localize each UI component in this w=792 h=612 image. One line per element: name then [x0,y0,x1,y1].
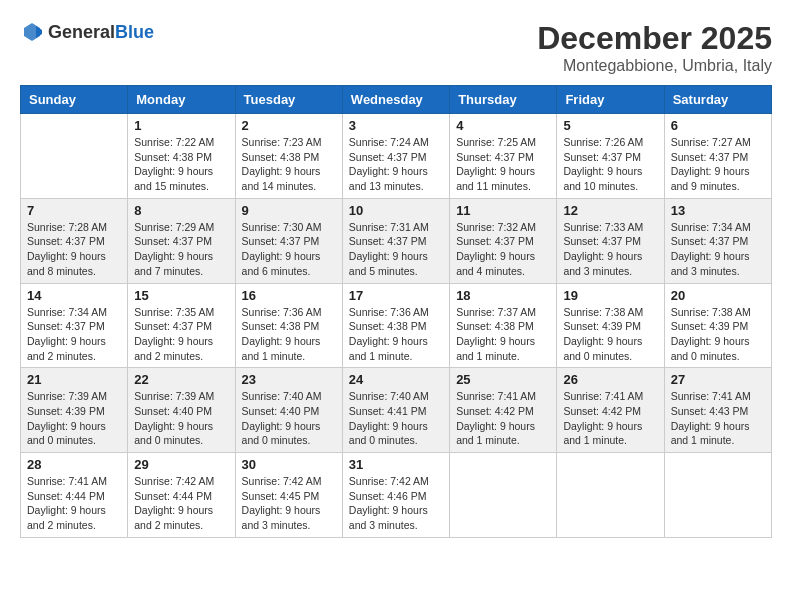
calendar-cell [21,114,128,199]
day-number: 28 [27,457,121,472]
calendar-cell: 5Sunrise: 7:26 AMSunset: 4:37 PMDaylight… [557,114,664,199]
day-number: 18 [456,288,550,303]
day-info: Sunrise: 7:39 AMSunset: 4:39 PMDaylight:… [27,389,121,448]
calendar-cell: 1Sunrise: 7:22 AMSunset: 4:38 PMDaylight… [128,114,235,199]
calendar-week-row: 28Sunrise: 7:41 AMSunset: 4:44 PMDayligh… [21,453,772,538]
day-number: 4 [456,118,550,133]
day-info: Sunrise: 7:30 AMSunset: 4:37 PMDaylight:… [242,220,336,279]
day-number: 9 [242,203,336,218]
calendar-cell: 13Sunrise: 7:34 AMSunset: 4:37 PMDayligh… [664,198,771,283]
day-number: 31 [349,457,443,472]
day-info: Sunrise: 7:32 AMSunset: 4:37 PMDaylight:… [456,220,550,279]
day-info: Sunrise: 7:31 AMSunset: 4:37 PMDaylight:… [349,220,443,279]
day-number: 30 [242,457,336,472]
day-info: Sunrise: 7:41 AMSunset: 4:43 PMDaylight:… [671,389,765,448]
weekday-header-friday: Friday [557,86,664,114]
calendar-cell: 11Sunrise: 7:32 AMSunset: 4:37 PMDayligh… [450,198,557,283]
day-number: 27 [671,372,765,387]
day-info: Sunrise: 7:35 AMSunset: 4:37 PMDaylight:… [134,305,228,364]
calendar-cell: 15Sunrise: 7:35 AMSunset: 4:37 PMDayligh… [128,283,235,368]
day-info: Sunrise: 7:38 AMSunset: 4:39 PMDaylight:… [563,305,657,364]
weekday-header-sunday: Sunday [21,86,128,114]
calendar-cell: 24Sunrise: 7:40 AMSunset: 4:41 PMDayligh… [342,368,449,453]
day-info: Sunrise: 7:26 AMSunset: 4:37 PMDaylight:… [563,135,657,194]
weekday-header-saturday: Saturday [664,86,771,114]
title-area: December 2025 Montegabbione, Umbria, Ita… [537,20,772,75]
day-info: Sunrise: 7:42 AMSunset: 4:46 PMDaylight:… [349,474,443,533]
calendar-week-row: 7Sunrise: 7:28 AMSunset: 4:37 PMDaylight… [21,198,772,283]
calendar-cell: 9Sunrise: 7:30 AMSunset: 4:37 PMDaylight… [235,198,342,283]
calendar-cell: 8Sunrise: 7:29 AMSunset: 4:37 PMDaylight… [128,198,235,283]
calendar-week-row: 14Sunrise: 7:34 AMSunset: 4:37 PMDayligh… [21,283,772,368]
day-number: 25 [456,372,550,387]
calendar-cell [664,453,771,538]
calendar-cell: 3Sunrise: 7:24 AMSunset: 4:37 PMDaylight… [342,114,449,199]
calendar-cell: 26Sunrise: 7:41 AMSunset: 4:42 PMDayligh… [557,368,664,453]
header: GeneralBlue December 2025 Montegabbione,… [20,20,772,75]
day-number: 21 [27,372,121,387]
day-number: 7 [27,203,121,218]
day-number: 2 [242,118,336,133]
day-info: Sunrise: 7:39 AMSunset: 4:40 PMDaylight:… [134,389,228,448]
day-number: 29 [134,457,228,472]
calendar-cell: 25Sunrise: 7:41 AMSunset: 4:42 PMDayligh… [450,368,557,453]
day-info: Sunrise: 7:41 AMSunset: 4:42 PMDaylight:… [456,389,550,448]
day-info: Sunrise: 7:41 AMSunset: 4:42 PMDaylight:… [563,389,657,448]
logo-text-general: General [48,22,115,42]
logo-icon [20,20,44,44]
calendar-cell: 17Sunrise: 7:36 AMSunset: 4:38 PMDayligh… [342,283,449,368]
weekday-header-row: SundayMondayTuesdayWednesdayThursdayFrid… [21,86,772,114]
calendar-cell: 29Sunrise: 7:42 AMSunset: 4:44 PMDayligh… [128,453,235,538]
calendar-cell: 18Sunrise: 7:37 AMSunset: 4:38 PMDayligh… [450,283,557,368]
weekday-header-tuesday: Tuesday [235,86,342,114]
day-info: Sunrise: 7:25 AMSunset: 4:37 PMDaylight:… [456,135,550,194]
logo: GeneralBlue [20,20,154,44]
calendar-cell: 12Sunrise: 7:33 AMSunset: 4:37 PMDayligh… [557,198,664,283]
day-info: Sunrise: 7:36 AMSunset: 4:38 PMDaylight:… [349,305,443,364]
calendar-cell: 7Sunrise: 7:28 AMSunset: 4:37 PMDaylight… [21,198,128,283]
weekday-header-thursday: Thursday [450,86,557,114]
day-info: Sunrise: 7:34 AMSunset: 4:37 PMDaylight:… [27,305,121,364]
location-title: Montegabbione, Umbria, Italy [537,57,772,75]
calendar-week-row: 21Sunrise: 7:39 AMSunset: 4:39 PMDayligh… [21,368,772,453]
calendar-cell: 28Sunrise: 7:41 AMSunset: 4:44 PMDayligh… [21,453,128,538]
logo-text-blue: Blue [115,22,154,42]
day-info: Sunrise: 7:29 AMSunset: 4:37 PMDaylight:… [134,220,228,279]
day-info: Sunrise: 7:40 AMSunset: 4:40 PMDaylight:… [242,389,336,448]
weekday-header-wednesday: Wednesday [342,86,449,114]
day-number: 3 [349,118,443,133]
day-number: 19 [563,288,657,303]
day-number: 12 [563,203,657,218]
day-number: 17 [349,288,443,303]
calendar-week-row: 1Sunrise: 7:22 AMSunset: 4:38 PMDaylight… [21,114,772,199]
calendar-cell: 19Sunrise: 7:38 AMSunset: 4:39 PMDayligh… [557,283,664,368]
day-info: Sunrise: 7:28 AMSunset: 4:37 PMDaylight:… [27,220,121,279]
day-number: 23 [242,372,336,387]
day-info: Sunrise: 7:40 AMSunset: 4:41 PMDaylight:… [349,389,443,448]
calendar-cell: 27Sunrise: 7:41 AMSunset: 4:43 PMDayligh… [664,368,771,453]
calendar-cell: 2Sunrise: 7:23 AMSunset: 4:38 PMDaylight… [235,114,342,199]
day-info: Sunrise: 7:37 AMSunset: 4:38 PMDaylight:… [456,305,550,364]
day-number: 16 [242,288,336,303]
day-info: Sunrise: 7:24 AMSunset: 4:37 PMDaylight:… [349,135,443,194]
day-number: 10 [349,203,443,218]
day-number: 26 [563,372,657,387]
day-info: Sunrise: 7:34 AMSunset: 4:37 PMDaylight:… [671,220,765,279]
calendar-cell: 21Sunrise: 7:39 AMSunset: 4:39 PMDayligh… [21,368,128,453]
calendar-cell: 23Sunrise: 7:40 AMSunset: 4:40 PMDayligh… [235,368,342,453]
weekday-header-monday: Monday [128,86,235,114]
day-info: Sunrise: 7:38 AMSunset: 4:39 PMDaylight:… [671,305,765,364]
calendar-cell: 6Sunrise: 7:27 AMSunset: 4:37 PMDaylight… [664,114,771,199]
day-number: 22 [134,372,228,387]
day-number: 5 [563,118,657,133]
calendar-cell: 22Sunrise: 7:39 AMSunset: 4:40 PMDayligh… [128,368,235,453]
day-number: 8 [134,203,228,218]
day-number: 11 [456,203,550,218]
day-number: 1 [134,118,228,133]
calendar-cell [450,453,557,538]
day-info: Sunrise: 7:41 AMSunset: 4:44 PMDaylight:… [27,474,121,533]
day-number: 24 [349,372,443,387]
calendar-cell: 30Sunrise: 7:42 AMSunset: 4:45 PMDayligh… [235,453,342,538]
day-number: 14 [27,288,121,303]
calendar-cell: 20Sunrise: 7:38 AMSunset: 4:39 PMDayligh… [664,283,771,368]
